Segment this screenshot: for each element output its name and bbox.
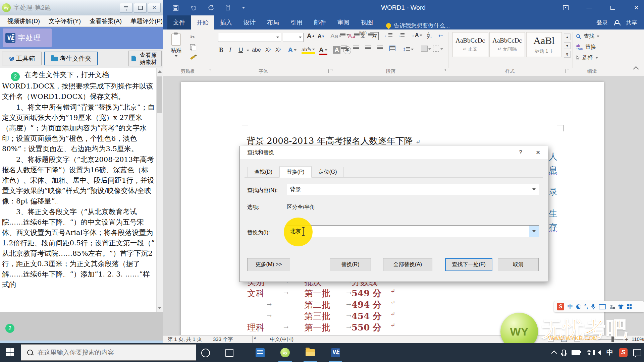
font-name-combobox[interactable] [218,33,281,42]
copy-button[interactable] [190,43,204,51]
subscript-button[interactable]: X2 [265,47,271,53]
menu-text-analysis[interactable]: 文字评析(Y) [49,17,81,25]
font-color-button[interactable]: A [319,46,327,55]
format-painter-button[interactable] [190,54,204,62]
dialog-titlebar[interactable]: 查找和替换 [240,146,548,159]
read-mode-button[interactable] [548,337,553,342]
print-layout-button[interactable] [561,337,567,342]
close-button[interactable]: ✕ [629,0,644,15]
start-button[interactable] [6,348,14,356]
more-button[interactable]: 更多(M) >> [247,258,290,271]
sogou-tray-icon[interactable]: S [619,348,628,357]
tell-me-box[interactable]: 告诉我您想要做什么... [386,22,450,29]
toolbox-button[interactable]: 工具箱 [2,52,42,65]
asian-layout-button[interactable]: ↔A [411,32,422,38]
bold-button[interactable]: B [219,46,223,54]
tab-view[interactable]: 视图 [355,15,379,29]
ime-chinese-mode-icon[interactable]: 中 [568,303,573,310]
panel-titlebar[interactable]: wy 字处理-第2题 ✕ [0,0,163,15]
scroll-thumb[interactable] [157,76,162,113]
shading-button[interactable] [421,46,428,52]
tab-replace[interactable]: 替换(P) [279,166,312,178]
find-what-combobox[interactable]: 背景 [287,184,539,195]
styles-scroll-up[interactable]: ▲ [564,34,571,40]
tab-insert[interactable]: 插入 [214,15,238,29]
replace-button[interactable]: 替换(R) [330,258,371,271]
justify-button[interactable] [377,46,383,50]
increase-indent-button[interactable]: → [396,33,405,38]
styles-dialog-launcher[interactable] [565,69,569,73]
style-no-spacing[interactable]: AaBbCcDc ↵ 无间隔 [489,32,525,57]
skin-shirt-icon[interactable] [618,304,624,309]
tab-home[interactable]: 开始 [191,15,214,29]
view-material-button[interactable]: 查看原始素材 [128,51,162,66]
zoom-slider[interactable] [593,339,623,340]
tab-layout[interactable]: 布局 [261,15,285,29]
align-right-button[interactable] [365,46,371,50]
close-button[interactable]: ✕ [148,3,161,13]
taskbar-app-wykb[interactable]: wy [280,348,290,358]
zoom-level[interactable]: 110% [632,336,644,342]
borders-dropdown-icon[interactable] [440,48,443,50]
soft-keyboard-icon[interactable] [599,304,606,309]
find-dropdown-icon[interactable] [597,36,599,37]
replace-with-combobox[interactable]: 北京 [287,225,539,237]
clipboard-dialog-launcher[interactable] [207,69,211,73]
underline-dropdown-icon[interactable] [247,50,249,51]
select-button[interactable]: 选择 [576,54,598,61]
strikethrough-button[interactable]: abe [252,47,261,53]
dialog-help-button[interactable]: ? [512,146,529,159]
superscript-button[interactable]: X2 [275,47,281,53]
student-folder-button[interactable]: 考生文件夹 [44,52,98,65]
voice-input-icon[interactable] [591,304,595,309]
tab-find[interactable]: 查找(D) [247,167,279,177]
dialog-close-button[interactable]: ✕ [530,146,546,159]
chevron-down-icon[interactable] [529,184,539,195]
toolbox-grid-icon[interactable] [627,304,632,309]
highlight-color-button[interactable]: ab✎ [302,46,315,54]
align-center-button[interactable] [353,46,359,50]
sort-button[interactable]: AZ↓ [427,32,432,40]
cortana-button[interactable] [201,349,210,357]
scroll-up-icon[interactable] [158,70,162,73]
styles-scroll-down[interactable]: ▼ [564,42,571,49]
ribbon-display-options-button[interactable] [558,0,574,15]
tab-file[interactable]: 文件 [167,15,191,29]
menu-video-explain[interactable]: 视频讲解(D) [7,17,40,25]
find-next-button[interactable]: 查找下一处(F) [445,258,492,271]
show-marks-button[interactable]: ⇠ [438,32,443,39]
shrink-font-button[interactable]: A▼ [318,33,325,39]
select-dropdown-icon[interactable] [595,57,598,59]
ime-indicator[interactable]: 中 [606,348,613,357]
font-dialog-launcher[interactable] [328,69,332,73]
word-count[interactable]: 333 个字 [213,336,233,343]
line-spacing-button[interactable]: ↕ [403,46,414,53]
web-layout-button[interactable] [575,337,580,342]
distribute-button[interactable] [389,46,395,51]
collapse-ribbon-icon[interactable] [633,66,639,72]
scroll-down-icon[interactable] [158,307,162,309]
numbering-button[interactable] [354,33,363,37]
paragraph-dialog-launcher[interactable] [442,69,445,73]
tab-review[interactable]: 审阅 [332,15,355,29]
align-left-button[interactable] [341,46,347,50]
styles-gallery-more[interactable]: ⊽ [564,51,571,58]
chevron-down-icon[interactable] [299,37,302,38]
wifi-icon[interactable] [586,350,592,355]
word-titlebar[interactable]: WORD1 - Word — ✕ [163,0,644,15]
action-center-icon[interactable] [633,349,641,356]
sogou-logo-icon[interactable]: S [557,303,564,310]
share-button[interactable]: 共享 [626,19,637,26]
maximize-button[interactable] [134,3,147,13]
maximize-button[interactable] [605,0,621,15]
cut-button[interactable]: ✂ [190,33,204,41]
taskbar-app-exam[interactable] [255,348,265,358]
save-icon[interactable] [173,5,178,11]
language-indicator[interactable]: 中文(中国) [270,336,293,343]
menu-view-answer[interactable]: 查看答案(A) [90,17,122,25]
menu-question-score[interactable]: 单题评分(P) [130,17,163,25]
redo-icon[interactable] [208,5,214,11]
multilevel-list-button[interactable] [368,33,377,37]
undo-icon[interactable] [190,5,197,10]
decrease-indent-button[interactable]: ← [384,33,392,38]
